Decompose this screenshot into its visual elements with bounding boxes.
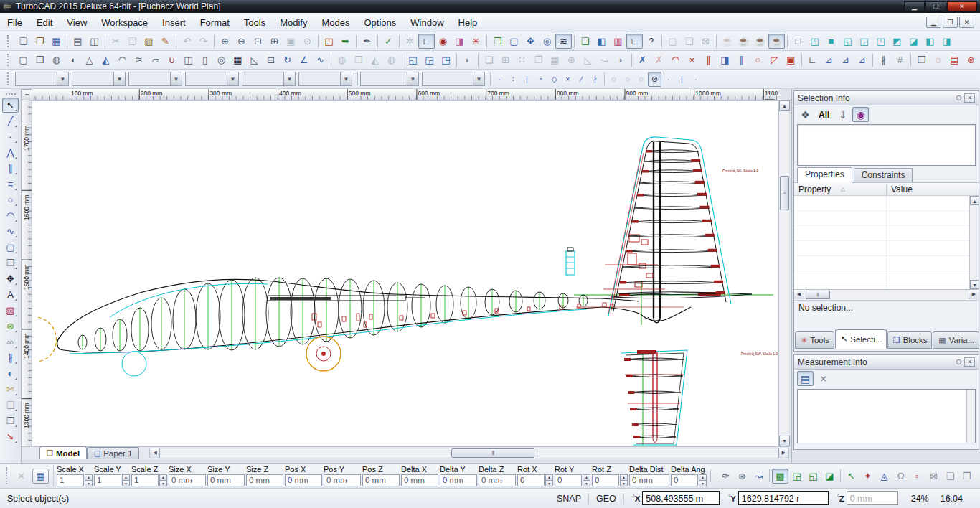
zoom-extents[interactable]: ⊞ [266,34,283,49]
zoom-window[interactable]: ⊡ [250,34,266,49]
mesh-3d[interactable]: ▦ [230,52,246,67]
draft-mode-10[interactable]: ◨ [938,34,955,49]
chamfer-1[interactable]: ⊿ [821,52,837,67]
circle-tool[interactable]: ○ [750,52,766,67]
scroll-left-button[interactable]: ◀ [150,448,160,458]
flag-mode[interactable]: ◪ [821,469,838,484]
copy-box-1[interactable]: ❏ [942,469,958,484]
chamfer-3[interactable]: ⊿ [854,52,870,67]
box-edit[interactable]: ❒ [32,52,48,67]
zoom-in[interactable]: ⊕ [217,34,233,49]
menu-view[interactable]: View [60,14,94,31]
snap-line-2[interactable]: ∤ [588,72,602,87]
chevron-down-icon[interactable]: ▼ [57,72,68,85]
style-combo-2[interactable]: ▼ [72,72,126,86]
point-tool[interactable]: ∙ [2,129,19,144]
tangent-tool[interactable]: ◸ [766,52,783,67]
snap-c[interactable]: ∙ [689,72,702,87]
field-delta-y-input[interactable]: 0 mm [440,474,477,486]
box-3d[interactable]: ▢ [15,52,32,67]
snap-line-1[interactable]: ∕ [575,72,588,87]
field-size-y-input[interactable]: 0 mm [207,474,245,486]
select-crossing[interactable]: ⊠ [697,34,714,49]
chevron-down-icon[interactable]: ▼ [170,72,182,85]
draft-mode-wireframe[interactable]: □ [790,34,806,49]
double-line-tool[interactable]: ∥ [733,52,750,67]
paste[interactable]: ▨ [141,34,157,49]
z-coordinate-field[interactable]: 0 mm [847,491,898,505]
boolean-union[interactable]: ◱ [405,52,421,67]
circle-tool[interactable]: ○ [2,192,19,207]
close-box[interactable]: ⊠ [925,469,942,484]
table-scroll-down[interactable]: ▼ [970,280,979,289]
field-delta-x[interactable]: Delta X0 mm [401,465,438,486]
redline-tool[interactable]: ➘ [2,429,19,444]
style-pen[interactable]: ✒ [359,34,375,49]
field-rot-x[interactable]: Rot X0▲▼ [517,465,553,486]
array-stamp[interactable]: ❐ [530,52,547,67]
field-scale-y-input[interactable]: 1 [94,474,121,486]
draft-mode-6[interactable]: ◳ [872,34,889,49]
spline-tool[interactable]: ∿ [2,224,19,239]
style-combo-1[interactable]: ▼ [15,72,69,86]
new-file[interactable]: ❏ [15,34,32,49]
array-dots[interactable]: ∷ [514,52,530,67]
copy[interactable]: ❑ [124,34,141,49]
extrude-curves[interactable]: ≋ [131,52,147,67]
measure-clear[interactable]: ✕ [815,371,831,386]
gesture-tool[interactable]: ◉ [435,34,451,49]
cylinder-3d[interactable]: ▯ [197,52,213,67]
filter-funnel[interactable]: ⇓ [834,107,851,122]
double-line[interactable]: ∥ [2,161,19,176]
render-hidden-line[interactable]: ☕ [735,34,752,49]
fill-mode[interactable]: ▩ [772,469,788,484]
chevron-down-icon[interactable]: ▼ [340,72,352,85]
box-3d-tool[interactable]: ▢ [2,240,19,255]
measurement-content[interactable] [797,389,976,443]
snap-a[interactable]: ∙ [661,72,675,87]
cut[interactable]: ✂ [108,34,124,49]
menu-modes[interactable]: Modes [314,14,357,31]
scroll-up-button[interactable]: ▲ [779,100,790,111]
multi-trim[interactable]: ∦ [875,52,892,67]
x-coordinate-field[interactable]: 508,493555 m [642,491,720,505]
snap-arc-2[interactable]: ◌ [621,72,634,87]
zoom-previous[interactable]: ⊙ [299,34,316,49]
field-size-x-input[interactable]: 0 mm [169,474,206,486]
symbol-flower[interactable]: ✳ [468,34,484,49]
spinner[interactable]: ▲▼ [699,474,707,486]
select-tool[interactable]: ↖ [2,98,19,113]
sphere-3d[interactable]: ◍ [48,52,65,67]
field-size-x[interactable]: Size X0 mm [169,465,206,486]
field-rot-x-input[interactable]: 0 [517,474,545,486]
boolean-tool[interactable]: ◐ [2,366,19,381]
undo[interactable]: ↶ [179,34,195,49]
insert-drawing[interactable]: ◳ [321,34,337,49]
select-cursor[interactable]: ↖ [843,469,859,484]
select-window[interactable]: ❏ [681,34,697,49]
hemisphere[interactable]: ◖ [65,52,81,67]
field-scale-z[interactable]: Scale Z1▲▼ [131,465,167,486]
field-pos-z[interactable]: Pos Z0 mm [362,465,400,486]
style-combo-7[interactable]: ▼ [360,72,419,86]
knife-tool[interactable]: ✄ [2,382,19,397]
tab-paper1[interactable]: ❏Paper 1 [87,447,139,459]
draft-mode-5[interactable]: ◲ [856,34,872,49]
property-table-scrollbar[interactable]: ▲ ▼ [969,196,979,289]
selector-properties[interactable]: ⊛ [734,469,750,484]
slab[interactable]: ▱ [147,52,164,67]
walk-through[interactable]: ✥ [522,34,539,49]
design-director[interactable]: ➥ [337,34,354,49]
redo[interactable]: ↷ [195,34,212,49]
arc-tool[interactable]: ◠ [2,208,19,223]
mirror-sheet[interactable]: ◨ [717,52,733,67]
image-tool[interactable]: ▨ [2,303,19,318]
pin-icon[interactable]: ⊙ [956,93,962,103]
draft-mode-7[interactable]: ◩ [889,34,905,49]
print-area[interactable]: ▤ [946,52,963,67]
open-file[interactable]: ❐ [32,34,48,49]
select-fence[interactable]: ▢ [664,34,681,49]
field-delta-dist[interactable]: Delta Dist0 mm [629,465,669,486]
menu-format[interactable]: Format [193,14,237,31]
style-combo-6[interactable]: ▼ [298,72,352,86]
